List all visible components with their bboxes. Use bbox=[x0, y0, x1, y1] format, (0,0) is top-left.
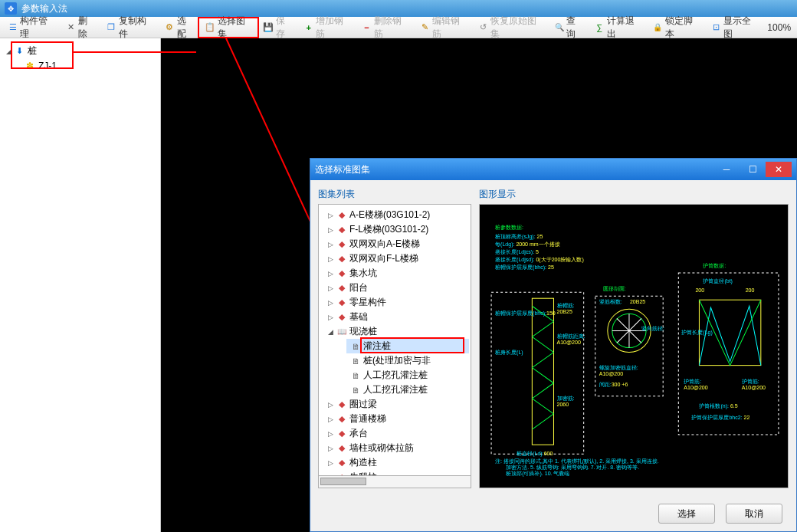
select-match-button[interactable]: 选配 bbox=[160, 19, 199, 36]
svg-text:桩帽保护层厚度(bhc):150: 桩帽保护层厚度(bhc):150 bbox=[494, 310, 556, 317]
atlas-list-item[interactable]: ▷圈过梁 bbox=[325, 397, 469, 412]
svg-text:桩帽筋:: 桩帽筋: bbox=[556, 303, 575, 308]
restore-atlas-button[interactable]: 恢复原始图集 bbox=[474, 19, 548, 36]
svg-line-16 bbox=[532, 414, 553, 429]
pile-icon bbox=[14, 46, 25, 57]
expand-icon[interactable]: ▷ bbox=[328, 226, 336, 234]
svg-text:每(Ldg): 2000 mm一个搭接: 每(Ldg): 2000 mm一个搭接 bbox=[495, 241, 560, 248]
expand-icon[interactable]: ▷ bbox=[328, 241, 336, 248]
add-rebar-button[interactable]: 增加钢筋 bbox=[299, 19, 356, 36]
atlas-item-label: 圈过梁 bbox=[349, 398, 377, 411]
open-icon bbox=[336, 327, 348, 337]
atlas-list-item[interactable]: ▷墙柱或砌体拉筋 bbox=[325, 441, 469, 455]
atlas-list-item[interactable]: 桩(处理加密与非 bbox=[346, 353, 469, 368]
query-button[interactable]: 查询 bbox=[549, 19, 589, 36]
atlas-list-item[interactable]: ◢现浇桩 bbox=[325, 324, 469, 339]
edit-rebar-button[interactable]: 编辑钢筋 bbox=[415, 19, 472, 36]
scrollbar-thumb[interactable] bbox=[320, 478, 366, 485]
atlas-list-item[interactable]: 灌注桩 bbox=[346, 339, 469, 353]
maximize-button[interactable]: ☐ bbox=[740, 162, 766, 177]
atlas-list-item[interactable]: 人工挖孔灌注桩 bbox=[346, 368, 469, 383]
params-header: 桩参数数据: bbox=[494, 225, 523, 231]
atlas-list-item[interactable]: ▷普通楼梯 bbox=[325, 412, 469, 426]
atlas-list-item[interactable]: ▷承台 bbox=[325, 426, 469, 441]
expand-icon[interactable]: ▷ bbox=[328, 401, 336, 409]
svg-text:搭接长度(Ldjcs): 5: 搭接长度(Ldjcs): 5 bbox=[495, 249, 539, 255]
expand-icon[interactable]: ▷ bbox=[328, 415, 336, 423]
expand-icon[interactable]: ▷ bbox=[328, 299, 336, 307]
delete-rebar-button[interactable]: 删除钢筋 bbox=[357, 19, 414, 36]
svg-text:桩顶部(可插补). 10. 气囊端: 桩顶部(可插补). 10. 气囊端 bbox=[505, 471, 569, 477]
minimize-button[interactable]: ─ bbox=[713, 162, 740, 177]
svg-text:20B25: 20B25 bbox=[557, 309, 572, 314]
atlas-list-item[interactable]: ▷集水坑 bbox=[325, 266, 469, 281]
delete-button[interactable]: 删除 bbox=[61, 19, 100, 36]
gear-icon bbox=[164, 21, 175, 34]
atlas-list-item[interactable]: ▷零星构件 bbox=[325, 295, 469, 310]
expand-icon[interactable]: ▷ bbox=[328, 459, 336, 467]
svg-text:注: 搭接同跨的形式,其中 1. 代表绑扎(默认), 2. : 注: 搭接同跨的形式,其中 1. 代表绑扎(默认), 2. 采用焊接, 3. 采… bbox=[495, 458, 659, 465]
svg-line-15 bbox=[532, 399, 553, 414]
atlas-item-label: 牛腿柱 bbox=[349, 471, 377, 476]
select-atlas-dialog: 选择标准图集 ─ ☐ ✕ 图集列表 ▷A-E楼梯(03G101-2)▷F-L楼梯… bbox=[310, 158, 797, 532]
svg-text:护筒筋:: 护筒筋: bbox=[741, 379, 759, 384]
select-atlas-button[interactable]: 选择图集 bbox=[200, 19, 257, 36]
atlas-list-item[interactable]: ▷F-L楼梯(03G101-2) bbox=[325, 222, 469, 237]
atlas-list-item[interactable]: ▷构造柱 bbox=[325, 455, 469, 470]
book-icon bbox=[336, 312, 348, 323]
atlas-item-label: 阳台 bbox=[349, 281, 368, 294]
atlas-list-item[interactable]: ▷牛腿柱 bbox=[325, 470, 469, 476]
svg-text:2060: 2060 bbox=[557, 402, 569, 407]
svg-text:加密方法. 5. 纵筋弯钩: 采用弯钩钩. 7. 对开. 8: 加密方法. 5. 纵筋弯钩: 采用弯钩钩. 7. 对开. 8. 密钩等等. bbox=[506, 465, 639, 470]
dialog-footer: 选择 取消 bbox=[310, 496, 796, 531]
atlas-list-item[interactable]: ▷基础 bbox=[325, 310, 469, 324]
atlas-item-label: 基础 bbox=[349, 310, 368, 323]
atlas-item-label: 普通楼梯 bbox=[349, 412, 386, 425]
atlas-item-label: 灌注桩 bbox=[363, 340, 391, 353]
book-icon bbox=[336, 297, 348, 308]
book-icon bbox=[204, 21, 215, 34]
save-button[interactable]: 保存 bbox=[258, 19, 297, 36]
svg-rect-8 bbox=[532, 298, 553, 445]
book-icon bbox=[336, 283, 348, 294]
horizontal-scrollbar[interactable] bbox=[318, 476, 471, 488]
page-icon bbox=[349, 356, 362, 366]
book-icon bbox=[336, 414, 348, 425]
atlas-list-item[interactable]: ▷阳台 bbox=[325, 281, 469, 295]
expand-icon[interactable]: ▷ bbox=[328, 270, 336, 277]
book-icon bbox=[336, 268, 348, 279]
tree-item-zj1[interactable]: ZJ-1 bbox=[21, 59, 157, 73]
expand-icon[interactable]: ▷ bbox=[328, 255, 336, 263]
atlas-item-label: 双网双向A-E楼梯 bbox=[349, 238, 420, 251]
atlas-list-item[interactable]: ▷双网双向A-E楼梯 bbox=[325, 237, 469, 251]
app-icon bbox=[5, 2, 17, 15]
atlas-list-item[interactable]: ▷双网双向F-L楼梯 bbox=[325, 251, 469, 266]
expand-icon[interactable]: ▷ bbox=[328, 284, 336, 292]
calc-exit-button[interactable]: 计算退出 bbox=[590, 19, 647, 36]
cancel-button[interactable]: 取消 bbox=[726, 504, 782, 524]
drawing-preview: 桩参数数据: 桩顶标高差(sJg): 25每(Ldg): 2000 mm一个搭接… bbox=[479, 204, 789, 488]
svg-text:圆形剖面:: 圆形剖面: bbox=[603, 286, 626, 292]
atlas-list[interactable]: ▷A-E楼梯(03G101-2)▷F-L楼梯(03G101-2)▷双网双向A-E… bbox=[318, 204, 471, 476]
svg-rect-41 bbox=[678, 273, 779, 435]
component-manage-button[interactable]: 构件管理 bbox=[3, 19, 60, 36]
copy-component-button[interactable]: 复制构件 bbox=[102, 19, 159, 36]
atlas-list-item[interactable]: 人工挖孔灌注桩 bbox=[346, 383, 469, 397]
ok-button[interactable]: 选择 bbox=[658, 504, 715, 524]
expand-icon[interactable]: ▷ bbox=[328, 445, 336, 452]
svg-text:加密筋:: 加密筋: bbox=[557, 396, 575, 401]
svg-line-11 bbox=[532, 337, 553, 352]
expand-icon[interactable]: ▷ bbox=[328, 212, 336, 219]
show-full-button[interactable]: 显示全图 bbox=[706, 19, 763, 36]
close-button[interactable]: ✕ bbox=[766, 162, 792, 177]
tree-root-pile[interactable]: ◢ 桩 bbox=[3, 43, 157, 59]
collapse-icon[interactable]: ◢ bbox=[328, 328, 336, 336]
expand-icon[interactable]: ▷ bbox=[328, 314, 336, 321]
book-icon bbox=[336, 429, 348, 439]
expand-icon[interactable]: ▷ bbox=[328, 430, 336, 438]
zoom-percentage: 100% bbox=[764, 22, 794, 33]
lock-script-button[interactable]: 锁定脚本 bbox=[648, 19, 704, 36]
dialog-titlebar[interactable]: 选择标准图集 ─ ☐ ✕ bbox=[310, 159, 796, 180]
collapse-icon: ◢ bbox=[6, 48, 14, 55]
atlas-list-item[interactable]: ▷A-E楼梯(03G101-2) bbox=[325, 208, 469, 222]
